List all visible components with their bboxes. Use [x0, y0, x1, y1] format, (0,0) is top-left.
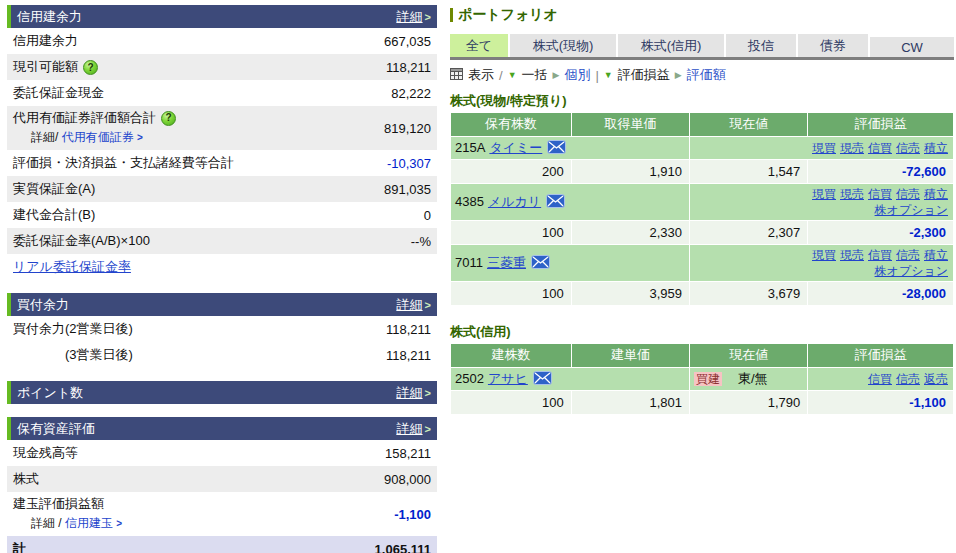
triangle-right-icon: ▶ [553, 70, 560, 80]
pl-value: -1,100 [808, 391, 953, 414]
chevron-right-icon: > [116, 518, 122, 529]
chevron-right-icon: > [425, 299, 431, 311]
detail-link[interactable]: 詳細> [397, 420, 431, 438]
sub-prefix: 詳細 / [31, 516, 62, 530]
accumulation-link[interactable]: 積立 [924, 141, 948, 155]
detail-link[interactable]: 詳細> [397, 296, 431, 314]
row-label: 現引可能額 [13, 58, 78, 76]
tab-stock-margin[interactable]: 株式(信用) [618, 34, 724, 57]
current-price-value: 1,790 [690, 391, 807, 414]
mail-alert-icon[interactable] [547, 140, 566, 157]
margin-buy-link[interactable]: 信買 [868, 248, 892, 262]
current-price-value: 2,307 [690, 221, 807, 244]
row-value: 1,065,111 [375, 542, 431, 553]
pl-value: -28,000 [808, 282, 953, 305]
current-price-value: 1,547 [690, 160, 807, 183]
summary-row: (3営業日後) 118,211 [7, 342, 437, 368]
stock-value-row: 100 2,330 2,307 -2,300 [451, 221, 953, 244]
stock-option-link[interactable]: 株オプション [875, 264, 948, 278]
stock-code: 4385 [455, 194, 484, 209]
col-position-shares: 建株数 [451, 344, 571, 367]
margin-sell-link[interactable]: 信売 [896, 372, 920, 386]
col-pl: 評価損益 [808, 344, 953, 367]
tab-all[interactable]: 全て [450, 34, 508, 57]
stock-name-link[interactable]: 三菱重 [487, 255, 526, 270]
stock-name-link[interactable]: メルカリ [488, 194, 541, 209]
row-value: 118,211 [386, 60, 431, 75]
margin-sell-link[interactable]: 信売 [896, 187, 920, 201]
cash-buy-link[interactable]: 現買 [812, 248, 836, 262]
triangle-down-icon: ▼ [508, 70, 517, 80]
batch-option[interactable]: 一括 [522, 66, 548, 84]
col-shares: 保有株数 [451, 113, 571, 136]
row-label: 代用有価証券評価額合計 [13, 110, 156, 126]
stock-name-link[interactable]: アサヒ [488, 371, 528, 386]
help-icon[interactable]: ? [83, 60, 98, 75]
margin-positions-link[interactable]: 信用建玉 [65, 516, 113, 530]
sub-prefix: 詳細/ [31, 130, 58, 144]
summary-row: 建玉評価損益額 詳細 / 信用建玉 > -1,100 [7, 492, 437, 536]
cash-buy-link[interactable]: 現買 [812, 187, 836, 201]
row-label: (3営業日後) [13, 346, 133, 364]
cash-sell-link[interactable]: 現売 [840, 248, 864, 262]
margin-holdings-table: 建株数 建単価 現在値 評価損益 2502アサヒ 買建東/無 信買信売返売 10… [450, 343, 954, 415]
unit-price-value: 1,910 [572, 160, 689, 183]
cash-sell-link[interactable]: 現売 [840, 141, 864, 155]
tab-bonds[interactable]: 債券 [798, 34, 868, 57]
tab-stock-cash[interactable]: 株式(現物) [510, 34, 616, 57]
detail-link[interactable]: 詳細> [397, 384, 431, 402]
stock-option-link[interactable]: 株オプション [875, 203, 948, 217]
shares-value: 100 [451, 391, 571, 414]
stock-value-row: 100 3,959 3,679 -28,000 [451, 282, 953, 305]
row-value: 0 [424, 208, 431, 223]
margin-sell-link[interactable]: 信売 [896, 248, 920, 262]
margin-buy-link[interactable]: 信買 [868, 372, 892, 386]
help-icon[interactable]: ? [161, 111, 176, 126]
chevron-right-icon: > [425, 387, 431, 399]
row-label: 計 [13, 540, 26, 553]
valuation-option[interactable]: 評価額 [687, 66, 726, 84]
collateral-securities-link[interactable]: 代用有価証券 [62, 130, 134, 144]
mail-alert-icon[interactable] [546, 194, 565, 211]
stock-value-row: 200 1,910 1,547 -72,600 [451, 160, 953, 183]
mail-alert-icon[interactable] [531, 255, 550, 272]
col-pl: 評価損益 [808, 113, 953, 136]
realtime-margin-rate-link[interactable]: リアル委託保証金率 [13, 258, 131, 276]
account-summary-panel: 信用建余力 詳細> 信用建余力 667,035 現引可能額? 118,211 委… [7, 5, 437, 553]
pl-option[interactable]: 評価損益 [618, 66, 670, 84]
repay-sell-link[interactable]: 返売 [924, 372, 948, 386]
row-label: 現金残高等 [13, 444, 78, 462]
display-label: 表示 [468, 66, 494, 84]
individual-option[interactable]: 個別 [564, 66, 590, 84]
row-value: 158,211 [385, 446, 431, 461]
shares-value: 200 [451, 160, 571, 183]
row-label: 株式 [13, 470, 39, 488]
stock-code: 7011 [455, 255, 483, 270]
unit-price-value: 3,959 [572, 282, 689, 305]
tab-funds[interactable]: 投信 [726, 34, 796, 57]
pl-value: -72,600 [808, 160, 953, 183]
table-header-row: 保有株数 取得単価 現在値 評価損益 [451, 113, 953, 136]
detail-link[interactable]: 詳細> [397, 8, 431, 26]
unit-price-value: 1,801 [572, 391, 689, 414]
accumulation-link[interactable]: 積立 [924, 248, 948, 262]
page-layout: 信用建余力 詳細> 信用建余力 667,035 現引可能額? 118,211 委… [0, 0, 956, 553]
stock-name-row: 215Aタイミー 現買現売信買信売積立 [451, 137, 953, 159]
total-row: 計 1,065,111 [7, 536, 437, 553]
tab-cw[interactable]: CW [870, 37, 954, 57]
margin-sell-link[interactable]: 信売 [896, 141, 920, 155]
section-header-margin-power: 信用建余力 詳細> [7, 5, 437, 28]
row-label: 委託保証金現金 [13, 84, 104, 102]
accumulation-link[interactable]: 積立 [924, 187, 948, 201]
margin-holdings-title: 株式(信用) [450, 323, 954, 341]
margin-buy-link[interactable]: 信買 [868, 187, 892, 201]
cash-sell-link[interactable]: 現売 [840, 187, 864, 201]
section-header-asset-valuation: 保有資産評価 詳細> [7, 417, 437, 440]
stock-name-row: 4385メルカリ 現買現売信買信売積立 株オプション [451, 184, 953, 220]
cash-buy-link[interactable]: 現買 [812, 141, 836, 155]
margin-buy-link[interactable]: 信買 [868, 141, 892, 155]
mail-alert-icon[interactable] [533, 371, 552, 388]
long-position-badge: 買建 [694, 372, 722, 386]
stock-name-link[interactable]: タイミー [489, 140, 542, 155]
stock-name-row: 2502アサヒ 買建東/無 信買信売返売 [451, 368, 953, 390]
